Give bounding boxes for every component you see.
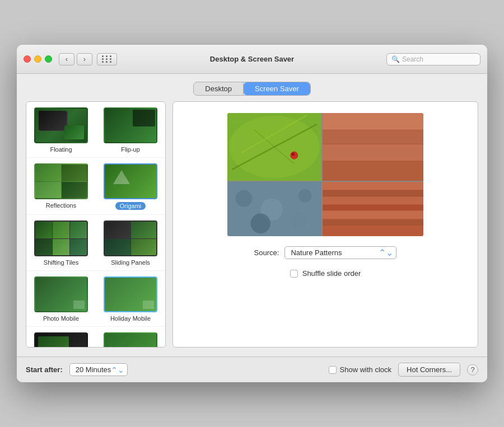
thumb-holiday-mobile	[104, 276, 157, 312]
show-clock-row: Show with clock	[329, 365, 391, 374]
svg-rect-28	[323, 226, 423, 237]
source-select[interactable]: Nature Patterns National Geographic Plan…	[284, 246, 396, 259]
sidebar-item-sliding-panels[interactable]: Sliding Panels	[96, 215, 165, 271]
label-shifting-tiles: Shifting Tiles	[44, 259, 78, 266]
tab-screen-saver[interactable]: Screen Saver	[244, 82, 310, 95]
thumb-origami	[104, 163, 157, 199]
start-after-label: Start after:	[26, 365, 63, 374]
preview-panel: Source: Nature Patterns National Geograp…	[172, 101, 478, 348]
preview-cell-stripes	[323, 182, 423, 236]
svg-point-18	[298, 189, 312, 203]
ss-row-2: Reflections Origami	[26, 158, 165, 215]
minimize-button[interactable]	[34, 55, 41, 63]
ss-row-5	[26, 327, 165, 348]
thumb-reflections	[34, 163, 88, 199]
bottom-bar: Start after: 1 Minute 2 Minutes 5 Minute…	[17, 356, 487, 382]
preview-cell-stone	[227, 182, 321, 236]
label-sliding-panels: Sliding Panels	[111, 259, 150, 266]
svg-rect-11	[323, 161, 423, 181]
thumb-floating	[34, 107, 88, 143]
search-input[interactable]	[402, 55, 475, 63]
svg-rect-10	[323, 144, 423, 161]
preview-grid	[227, 113, 423, 236]
label-origami: Origami	[115, 202, 146, 210]
label-flipup: Flip-up	[121, 146, 140, 153]
svg-point-16	[236, 190, 253, 207]
show-clock-checkbox[interactable]	[329, 366, 337, 374]
sidebar-item-floating[interactable]: Floating	[26, 102, 96, 158]
sidebar-item-flipup[interactable]: Flip-up	[96, 102, 165, 158]
ss-row-1: Floating Flip-up	[26, 102, 165, 158]
main-content: Floating Flip-up	[17, 101, 487, 356]
window-title: Desktop & Screen Saver	[210, 55, 294, 63]
source-row: Source: Nature Patterns National Geograp…	[184, 246, 466, 259]
segment-bar: Desktop Screen Saver	[17, 74, 487, 101]
tab-desktop[interactable]: Desktop	[194, 82, 244, 95]
svg-point-19	[250, 213, 270, 233]
thumb-extra2	[104, 332, 157, 348]
sidebar-item-extra1[interactable]	[26, 327, 96, 348]
sidebar-item-reflections[interactable]: Reflections	[26, 158, 96, 215]
preview-cell-leaf	[227, 113, 321, 181]
label-photo-mobile: Photo Mobile	[43, 315, 79, 322]
svg-rect-23	[323, 190, 423, 197]
ss-row-4: Photo Mobile Holiday Mobile	[26, 271, 165, 327]
start-after-select-wrapper: 1 Minute 2 Minutes 5 Minutes 10 Minutes …	[69, 363, 128, 376]
label-reflections: Reflections	[46, 202, 76, 209]
app-window: ‹ › Desktop & Screen Saver 🔍 Desktop Scr…	[17, 45, 487, 382]
sidebar-item-shifting-tiles[interactable]: Shifting Tiles	[26, 215, 96, 271]
svg-point-20	[291, 212, 309, 229]
label-holiday-mobile: Holiday Mobile	[110, 315, 151, 322]
search-box[interactable]: 🔍	[386, 53, 480, 65]
search-icon: 🔍	[391, 55, 400, 63]
shuffle-label: Shuffle slide order	[302, 269, 361, 278]
titlebar: ‹ › Desktop & Screen Saver 🔍	[17, 45, 487, 74]
close-button[interactable]	[24, 55, 31, 63]
thumb-shifting-tiles	[34, 220, 88, 256]
thumb-sliding-panels	[104, 220, 157, 256]
screensaver-list: Floating Flip-up	[26, 101, 166, 348]
svg-rect-25	[323, 205, 423, 211]
thumb-extra1	[34, 332, 88, 348]
shuffle-checkbox[interactable]	[290, 270, 298, 278]
forward-button[interactable]: ›	[77, 53, 92, 65]
svg-rect-8	[323, 113, 423, 130]
source-label: Source:	[254, 248, 279, 257]
start-after-select[interactable]: 1 Minute 2 Minutes 5 Minutes 10 Minutes …	[69, 363, 128, 376]
svg-rect-24	[323, 197, 423, 205]
label-floating: Floating	[50, 146, 72, 153]
maximize-button[interactable]	[45, 55, 52, 63]
traffic-lights	[24, 55, 52, 63]
back-button[interactable]: ‹	[59, 53, 74, 65]
sidebar-item-photo-mobile[interactable]: Photo Mobile	[26, 271, 96, 327]
hot-corners-button[interactable]: Hot Corners...	[398, 363, 460, 377]
thumb-flipup	[104, 107, 157, 143]
grid-view-button[interactable]	[97, 53, 117, 65]
shuffle-row: Shuffle slide order	[184, 269, 466, 278]
thumb-photo-mobile	[34, 276, 88, 312]
show-clock-label: Show with clock	[340, 365, 391, 374]
sidebar-item-extra2[interactable]	[96, 327, 165, 348]
preview-cell-rock	[323, 113, 423, 181]
sidebar-item-origami[interactable]: Origami	[96, 158, 165, 215]
svg-rect-9	[323, 130, 423, 144]
preview-image	[227, 113, 423, 236]
ss-row-3: Shifting Tiles Sliding Panels	[26, 215, 165, 271]
svg-point-6	[291, 153, 295, 156]
sidebar-item-holiday-mobile[interactable]: Holiday Mobile	[96, 271, 165, 327]
svg-rect-27	[323, 219, 423, 226]
segment-control: Desktop Screen Saver	[193, 82, 310, 96]
svg-rect-22	[323, 182, 423, 190]
svg-rect-26	[323, 211, 423, 219]
nav-buttons: ‹ ›	[59, 53, 92, 65]
help-button[interactable]: ?	[467, 364, 478, 376]
source-select-wrapper: Nature Patterns National Geographic Plan…	[284, 246, 396, 259]
